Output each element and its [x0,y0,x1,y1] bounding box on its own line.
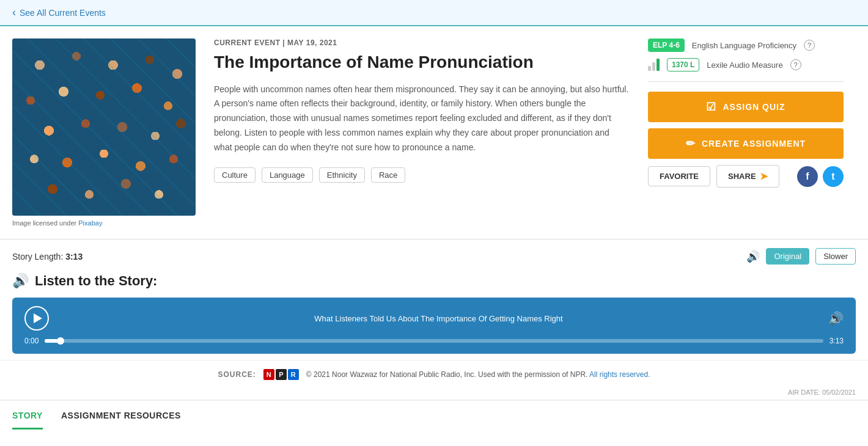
npr-r-letter: R [288,369,299,380]
tag-ethnicity[interactable]: Ethnicity [319,167,365,183]
lexile-label: Lexile Audio Measure [707,60,782,70]
story-length-value: 3:13 [65,252,83,261]
volume-icon: 🔊 [746,250,760,263]
play-button[interactable] [24,306,49,331]
article-body: People with uncommon names often hear th… [214,82,630,155]
npr-badge: N P R [263,369,299,380]
edit-icon: ✏ [686,137,696,150]
article-meta: CURRENT EVENT | MAY 19, 2021 [214,38,630,47]
listen-header: 🔊 Listen to the Story: [12,273,856,289]
top-nav: See All Current Events [0,0,868,26]
article-mosaic-image [12,38,196,216]
share-button[interactable]: SHARE ➤ [716,165,779,188]
favorite-button[interactable]: FAVORITE [648,166,710,186]
article-title: The Importance of Name Pronunciation [214,52,630,73]
twitter-icon[interactable]: t [823,166,844,187]
source-section: SOURCE: N P R © 2021 Noor Wazwaz for Nat… [0,360,868,389]
audio-progress-row: 0:00 3:13 [24,337,844,345]
rights-text: All rights reserved. [589,370,650,379]
play-triangle-icon [34,313,42,323]
image-section: Image licensed under Pixabay [12,38,196,227]
story-length-label: Story Length: [12,252,63,261]
lexile-badge: 1370 L [667,58,699,71]
air-date: AIR DATE: 05/02/2021 [0,389,868,396]
current-time: 0:00 [24,337,39,345]
tag-culture[interactable]: Culture [214,167,256,183]
tag-language[interactable]: Language [262,167,313,183]
audio-speed-controls: 🔊 Original Slower [746,248,856,265]
action-row: FAVORITE SHARE ➤ f t [648,165,844,188]
bottom-tabs: STORY ASSIGNMENT RESOURCES [0,400,868,430]
facebook-icon[interactable]: f [797,166,818,187]
elp-help-icon[interactable]: ? [804,40,815,51]
elp-label: English Language Proficiency [692,41,796,50]
tab-story[interactable]: STORY [12,401,43,430]
share-arrow-icon: ➤ [760,170,768,182]
listen-section: 🔊 Listen to the Story: What Listeners To… [0,273,868,360]
speed-slower-button[interactable]: Slower [815,248,856,265]
back-link[interactable]: See All Current Events [12,6,106,19]
listen-icon: 🔊 [12,273,29,289]
npr-p-letter: P [276,369,287,380]
image-source-link[interactable]: Pixabay [78,219,102,227]
npr-n-letter: N [263,369,274,380]
image-caption: Image licensed under Pixabay [12,219,196,227]
tag-race[interactable]: Race [371,167,405,183]
speed-original-button[interactable]: Original [766,248,809,265]
audio-volume-icon[interactable]: 🔊 [828,311,844,326]
assign-quiz-button[interactable]: ☑ ASSIGN QUIZ [648,92,844,122]
source-text: © 2021 Noor Wazwaz for National Public R… [306,370,650,379]
lexile-help-icon[interactable]: ? [790,59,801,70]
create-assignment-button[interactable]: ✏ CREATE ASSIGNMENT [648,128,844,159]
quiz-icon: ☑ [706,100,716,114]
lexile-chart-icon [648,59,660,71]
story-length-text: Story Length: 3:13 [12,252,83,261]
article-section: CURRENT EVENT | MAY 19, 2021 The Importa… [214,38,630,227]
elp-badge: ELP 4-6 [648,38,685,52]
article-image [12,38,196,216]
audio-player: What Listeners Told Us About The Importa… [12,298,856,354]
story-length-section: Story Length: 3:13 🔊 Original Slower [0,239,868,273]
progress-bar[interactable] [45,339,823,343]
audio-title: What Listeners Told Us About The Importa… [57,314,820,323]
audio-top: What Listeners Told Us About The Importa… [24,306,844,331]
elp-section: ELP 4-6 English Language Proficiency ? [648,38,844,52]
progress-handle[interactable] [57,337,64,345]
tab-assignment-resources[interactable]: ASSIGNMENT RESOURCES [61,401,181,430]
sidebar: ELP 4-6 English Language Proficiency ? 1… [648,38,844,227]
source-label: SOURCE: [218,370,256,379]
social-icons: f t [797,166,844,187]
total-time: 3:13 [829,337,844,345]
lexile-section: 1370 L Lexile Audio Measure ? [648,58,844,82]
article-tags: Culture Language Ethnicity Race [214,167,630,183]
